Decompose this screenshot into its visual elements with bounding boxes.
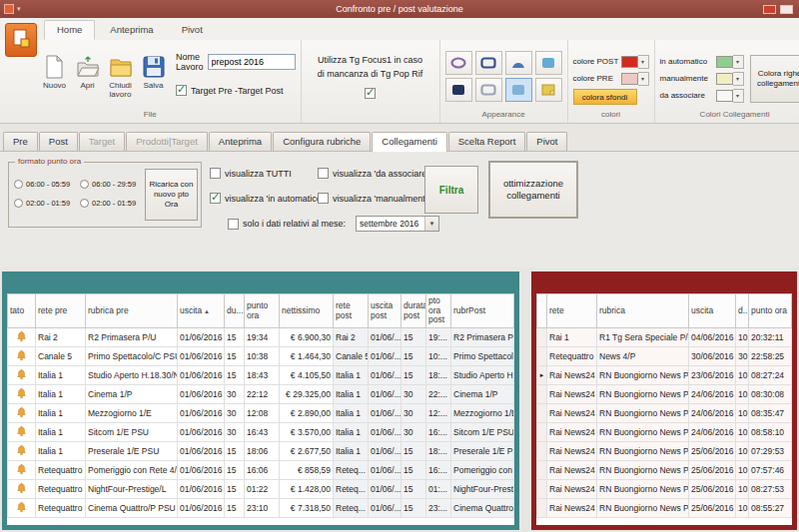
cell[interactable]: Rai News24 (547, 442, 597, 461)
appearance-style-3-button[interactable] (505, 51, 532, 75)
tab-scelta-report[interactable]: Scelta Report (448, 132, 526, 151)
appearance-style-2-button[interactable] (475, 51, 502, 75)
cell[interactable]: € 4.105,50 (280, 366, 334, 385)
grid-row[interactable]: Rai News24RN Buongiorno News P/U24/06/20… (537, 385, 792, 404)
cell[interactable]: 01/06/... (369, 442, 401, 461)
colore-pre-swatch[interactable] (621, 73, 638, 85)
cell[interactable]: 10 (736, 423, 749, 442)
cell[interactable]: 10 (736, 385, 749, 404)
cell[interactable]: 15 (401, 347, 426, 366)
cell[interactable]: 01:... (426, 480, 451, 499)
appearance-style-7-button[interactable] (505, 78, 532, 102)
cell[interactable]: 15 (225, 461, 245, 480)
quick-access-caret-icon[interactable]: ▾ (17, 5, 21, 13)
cell[interactable]: Rai News24 (547, 461, 597, 480)
cell[interactable]: 08:27:53 (749, 480, 792, 499)
column-header-punto-ora[interactable]: punto ora (749, 294, 792, 328)
ricarica-nuovo-pto-ora-button[interactable]: Ricarica con nuovo pto Ora (145, 169, 198, 221)
tab-anteprima[interactable]: Anteprima (209, 132, 272, 151)
cell[interactable]: Mezzogiorno 1/E (451, 404, 514, 423)
cell[interactable]: Preserale 1/E PSU (451, 442, 514, 461)
cell[interactable]: € 6.900,30 (280, 328, 334, 347)
cell[interactable]: R1 Tg Sera Speciale P/U (597, 328, 689, 347)
grid-row[interactable]: Italia 1Studio Aperto H.18.30/N01/06/201… (8, 366, 514, 385)
colora-righe-collegamenti-button[interactable]: Colora righe collegamenti (750, 55, 799, 103)
cell[interactable]: NightFour-Prestige/L (86, 480, 178, 499)
column-header-uscita-post[interactable]: uscita post (369, 294, 401, 328)
cell[interactable]: € 3.570,00 (280, 423, 334, 442)
cell[interactable]: 01/06/... (369, 423, 401, 442)
chiudi-lavoro-button[interactable]: Chiudi lavoro (105, 55, 136, 100)
cell[interactable]: 30 (401, 404, 426, 423)
status-bell-icon[interactable] (8, 328, 36, 347)
cell[interactable]: Italia 1 (334, 442, 369, 461)
cell[interactable]: 18:06 (245, 442, 280, 461)
cell[interactable]: 30 (736, 347, 749, 366)
cell[interactable]: Cinema Quattro/P PSU (86, 499, 178, 518)
cell[interactable]: 01/06/2016 (178, 404, 225, 423)
cell[interactable]: 24/06/2016 (689, 404, 736, 423)
cell[interactable]: 15 (225, 480, 245, 499)
mese-checkbox[interactable] (228, 219, 239, 230)
appearance-style-6-button[interactable] (475, 78, 502, 102)
cell[interactable]: 30 (401, 385, 426, 404)
radio-button[interactable] (14, 199, 23, 208)
column-header-durata-post[interactable]: durata post (401, 294, 426, 328)
ottimizzazione-collegamenti-button[interactable]: ottimizzazione collegamenti (488, 161, 578, 219)
cell[interactable]: Retequattro (36, 480, 86, 499)
grid-row[interactable]: Rai 1R1 Tg Sera Speciale P/U04/06/201610… (537, 328, 792, 347)
radio-formato-2[interactable]: 06:00 - 29:59 (80, 175, 146, 194)
cell[interactable]: 01/06/... (369, 461, 401, 480)
cell[interactable]: 25/06/2016 (689, 461, 736, 480)
cell[interactable]: Sitcom 1/E PSU (86, 423, 178, 442)
column-header-rubrica[interactable]: rubrica (597, 294, 689, 328)
checkbox-box[interactable] (210, 193, 221, 204)
cell[interactable]: Reteq... (334, 499, 369, 518)
cell[interactable]: Cinema 1/P (86, 385, 178, 404)
appearance-style-1-button[interactable] (445, 51, 472, 75)
cell[interactable]: € 7.318,50 (280, 499, 334, 518)
status-bell-icon[interactable] (8, 480, 36, 499)
cell[interactable]: € 1.428,00 (280, 480, 334, 499)
cell[interactable]: 30 (225, 404, 245, 423)
tab-configura-rubriche[interactable]: Configura rubriche (273, 132, 371, 151)
cell[interactable]: 08:27:24 (749, 366, 792, 385)
cell[interactable]: Cinema Quattro/P PSU (451, 499, 514, 518)
status-bell-icon[interactable] (8, 423, 36, 442)
checkbox-visualizza-manualmente[interactable]: visualizza 'manualmente' (318, 193, 431, 204)
checkbox-visualizza-in-automatico[interactable]: visualizza 'in automatico' (210, 193, 323, 204)
cell[interactable]: 22:58:25 (749, 347, 792, 366)
grid-row[interactable]: Rai News24RN Buongiorno News P/U25/06/20… (537, 461, 792, 480)
cell[interactable]: 16:43 (245, 423, 280, 442)
cell[interactable]: 18:... (426, 442, 451, 461)
cell[interactable]: R2 Primasera P/U (451, 328, 514, 347)
cell[interactable]: € 2.890,00 (280, 404, 334, 423)
pre-post-links-grid[interactable]: tatorete prerubrica preuscita ▲du...punt… (7, 293, 514, 518)
grid-row[interactable]: Rai News24RN Buongiorno News P/U24/06/20… (537, 423, 792, 442)
cell[interactable]: 01:22 (245, 480, 280, 499)
cell[interactable]: Retequattro (36, 461, 86, 480)
cell[interactable]: Italia 1 (36, 404, 86, 423)
grid-row[interactable]: Italia 1Preserale 1/E PSU01/06/20161518:… (8, 442, 514, 461)
nome-lavoro-input[interactable] (208, 54, 296, 70)
cell[interactable]: 15 (401, 480, 426, 499)
ribbon-tab-home[interactable]: Home (44, 20, 95, 40)
column-header-rete[interactable]: rete (547, 294, 597, 328)
cell[interactable]: 01/06/... (369, 404, 401, 423)
cell[interactable]: 20:32:11 (749, 328, 792, 347)
cell[interactable]: 25/06/2016 (689, 499, 736, 518)
status-bell-icon[interactable] (8, 461, 36, 480)
cell[interactable]: 01/06/... (369, 347, 401, 366)
column-header-selector[interactable] (537, 294, 547, 328)
cell[interactable]: 08:58:10 (749, 423, 792, 442)
cell[interactable]: 16:06 (245, 461, 280, 480)
cell[interactable]: 10 (736, 328, 749, 347)
cell[interactable]: 15 (401, 461, 426, 480)
cell[interactable]: 07:29:53 (749, 442, 792, 461)
cell[interactable]: Sitcom 1/E PSU (451, 423, 514, 442)
cell[interactable]: € 2.677,50 (280, 442, 334, 461)
cell[interactable]: 30/06/2016 (689, 347, 736, 366)
cell[interactable]: News 4/P (597, 347, 689, 366)
checkbox-box[interactable] (318, 193, 329, 204)
grid-row[interactable]: RetequattroNews 4/P30/06/20163022:58:25 (537, 347, 792, 366)
